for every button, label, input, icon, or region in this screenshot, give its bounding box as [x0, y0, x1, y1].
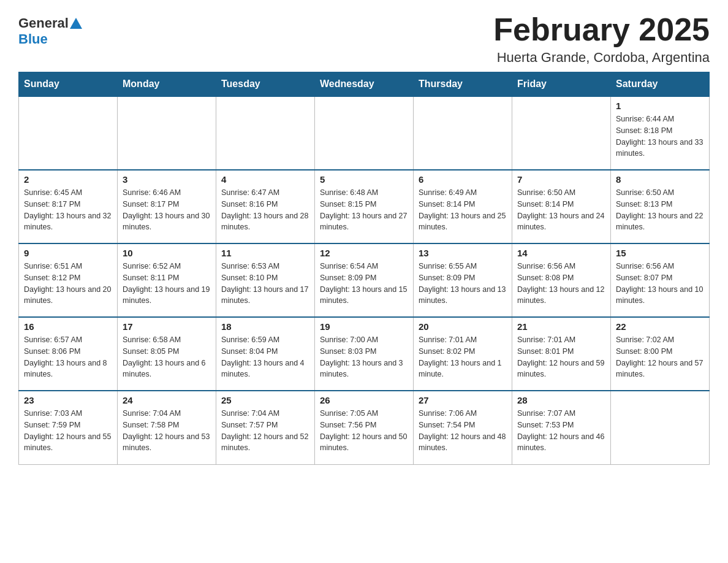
- col-header-tuesday: Tuesday: [216, 72, 315, 97]
- day-info: Sunrise: 6:48 AM Sunset: 8:15 PM Dayligh…: [320, 187, 408, 233]
- logo-blue-text: Blue: [18, 31, 48, 47]
- day-number: 24: [123, 395, 211, 405]
- table-cell: [19, 96, 118, 170]
- day-info: Sunrise: 6:46 AM Sunset: 8:17 PM Dayligh…: [123, 187, 211, 233]
- day-number: 4: [221, 174, 309, 185]
- col-header-friday: Friday: [512, 72, 611, 97]
- table-cell: 15Sunrise: 6:56 AM Sunset: 8:07 PM Dayli…: [611, 243, 710, 317]
- day-number: 16: [24, 321, 112, 332]
- day-number: 9: [24, 248, 112, 258]
- table-cell: 6Sunrise: 6:49 AM Sunset: 8:14 PM Daylig…: [414, 170, 512, 243]
- day-number: 11: [221, 248, 309, 258]
- day-info: Sunrise: 7:04 AM Sunset: 7:57 PM Dayligh…: [221, 408, 309, 454]
- table-cell: 12Sunrise: 6:54 AM Sunset: 8:09 PM Dayli…: [315, 243, 414, 317]
- day-number: 28: [517, 395, 605, 405]
- day-info: Sunrise: 6:45 AM Sunset: 8:17 PM Dayligh…: [24, 187, 112, 233]
- day-info: Sunrise: 6:59 AM Sunset: 8:04 PM Dayligh…: [221, 334, 309, 380]
- table-cell: 4Sunrise: 6:47 AM Sunset: 8:16 PM Daylig…: [216, 170, 315, 243]
- day-number: 1: [616, 101, 704, 111]
- day-info: Sunrise: 6:51 AM Sunset: 8:12 PM Dayligh…: [24, 261, 112, 307]
- day-info: Sunrise: 6:57 AM Sunset: 8:06 PM Dayligh…: [24, 334, 112, 380]
- table-cell: 20Sunrise: 7:01 AM Sunset: 8:02 PM Dayli…: [414, 317, 512, 391]
- day-number: 19: [320, 321, 408, 332]
- week-row-4: 16Sunrise: 6:57 AM Sunset: 8:06 PM Dayli…: [19, 317, 710, 391]
- table-cell: 16Sunrise: 6:57 AM Sunset: 8:06 PM Dayli…: [19, 317, 118, 391]
- day-number: 7: [517, 174, 605, 185]
- day-info: Sunrise: 7:01 AM Sunset: 8:01 PM Dayligh…: [517, 334, 605, 380]
- day-info: Sunrise: 7:02 AM Sunset: 8:00 PM Dayligh…: [616, 334, 704, 380]
- calendar-title: February 2025: [493, 12, 710, 47]
- day-number: 13: [419, 248, 507, 258]
- page-header: General Blue February 2025 Huerta Grande…: [18, 12, 710, 66]
- day-info: Sunrise: 7:03 AM Sunset: 7:59 PM Dayligh…: [24, 408, 112, 454]
- day-info: Sunrise: 6:50 AM Sunset: 8:13 PM Dayligh…: [616, 187, 704, 233]
- table-cell: 22Sunrise: 7:02 AM Sunset: 8:00 PM Dayli…: [611, 317, 710, 391]
- col-header-monday: Monday: [118, 72, 216, 97]
- table-cell: 8Sunrise: 6:50 AM Sunset: 8:13 PM Daylig…: [611, 170, 710, 243]
- day-info: Sunrise: 6:50 AM Sunset: 8:14 PM Dayligh…: [517, 187, 605, 233]
- logo-triangle-icon: [70, 18, 82, 29]
- table-cell: 7Sunrise: 6:50 AM Sunset: 8:14 PM Daylig…: [512, 170, 611, 243]
- day-number: 25: [221, 395, 309, 405]
- table-cell: 1Sunrise: 6:44 AM Sunset: 8:18 PM Daylig…: [611, 96, 710, 170]
- day-info: Sunrise: 7:00 AM Sunset: 8:03 PM Dayligh…: [320, 334, 408, 380]
- week-row-5: 23Sunrise: 7:03 AM Sunset: 7:59 PM Dayli…: [19, 391, 710, 464]
- table-cell: 27Sunrise: 7:06 AM Sunset: 7:54 PM Dayli…: [414, 391, 512, 464]
- table-cell: [118, 96, 216, 170]
- table-cell: [512, 96, 611, 170]
- day-number: 3: [123, 174, 211, 185]
- day-info: Sunrise: 7:07 AM Sunset: 7:53 PM Dayligh…: [517, 408, 605, 454]
- day-number: 26: [320, 395, 408, 405]
- day-info: Sunrise: 6:52 AM Sunset: 8:11 PM Dayligh…: [123, 261, 211, 307]
- table-cell: 13Sunrise: 6:55 AM Sunset: 8:09 PM Dayli…: [414, 243, 512, 317]
- day-info: Sunrise: 6:56 AM Sunset: 8:07 PM Dayligh…: [616, 261, 704, 307]
- table-cell: 18Sunrise: 6:59 AM Sunset: 8:04 PM Dayli…: [216, 317, 315, 391]
- calendar-table: Sunday Monday Tuesday Wednesday Thursday…: [18, 72, 710, 465]
- day-number: 5: [320, 174, 408, 185]
- col-header-saturday: Saturday: [611, 72, 710, 97]
- day-info: Sunrise: 6:54 AM Sunset: 8:09 PM Dayligh…: [320, 261, 408, 307]
- title-section: February 2025 Huerta Grande, Cordoba, Ar…: [493, 12, 710, 66]
- col-header-wednesday: Wednesday: [315, 72, 414, 97]
- day-number: 17: [123, 321, 211, 332]
- day-number: 2: [24, 174, 112, 185]
- logo-general-text: General: [18, 15, 69, 31]
- table-cell: 19Sunrise: 7:00 AM Sunset: 8:03 PM Dayli…: [315, 317, 414, 391]
- table-cell: 21Sunrise: 7:01 AM Sunset: 8:01 PM Dayli…: [512, 317, 611, 391]
- day-info: Sunrise: 7:06 AM Sunset: 7:54 PM Dayligh…: [419, 408, 507, 454]
- day-info: Sunrise: 7:05 AM Sunset: 7:56 PM Dayligh…: [320, 408, 408, 454]
- table-cell: 11Sunrise: 6:53 AM Sunset: 8:10 PM Dayli…: [216, 243, 315, 317]
- logo: General Blue: [18, 12, 83, 47]
- day-number: 12: [320, 248, 408, 258]
- table-cell: 23Sunrise: 7:03 AM Sunset: 7:59 PM Dayli…: [19, 391, 118, 464]
- table-cell: 2Sunrise: 6:45 AM Sunset: 8:17 PM Daylig…: [19, 170, 118, 243]
- day-number: 27: [419, 395, 507, 405]
- col-header-sunday: Sunday: [19, 72, 118, 97]
- table-cell: 9Sunrise: 6:51 AM Sunset: 8:12 PM Daylig…: [19, 243, 118, 317]
- week-row-2: 2Sunrise: 6:45 AM Sunset: 8:17 PM Daylig…: [19, 170, 710, 243]
- table-cell: 25Sunrise: 7:04 AM Sunset: 7:57 PM Dayli…: [216, 391, 315, 464]
- day-number: 21: [517, 321, 605, 332]
- week-row-3: 9Sunrise: 6:51 AM Sunset: 8:12 PM Daylig…: [19, 243, 710, 317]
- day-info: Sunrise: 7:04 AM Sunset: 7:58 PM Dayligh…: [123, 408, 211, 454]
- day-number: 14: [517, 248, 605, 258]
- day-number: 10: [123, 248, 211, 258]
- day-info: Sunrise: 6:49 AM Sunset: 8:14 PM Dayligh…: [419, 187, 507, 233]
- week-row-1: 1Sunrise: 6:44 AM Sunset: 8:18 PM Daylig…: [19, 96, 710, 170]
- day-number: 23: [24, 395, 112, 405]
- day-number: 15: [616, 248, 704, 258]
- day-info: Sunrise: 6:53 AM Sunset: 8:10 PM Dayligh…: [221, 261, 309, 307]
- table-cell: [315, 96, 414, 170]
- day-number: 20: [419, 321, 507, 332]
- table-cell: 3Sunrise: 6:46 AM Sunset: 8:17 PM Daylig…: [118, 170, 216, 243]
- day-info: Sunrise: 6:56 AM Sunset: 8:08 PM Dayligh…: [517, 261, 605, 307]
- day-number: 22: [616, 321, 704, 332]
- calendar-subtitle: Huerta Grande, Cordoba, Argentina: [493, 50, 710, 66]
- table-cell: 5Sunrise: 6:48 AM Sunset: 8:15 PM Daylig…: [315, 170, 414, 243]
- table-cell: 10Sunrise: 6:52 AM Sunset: 8:11 PM Dayli…: [118, 243, 216, 317]
- table-cell: [611, 391, 710, 464]
- calendar-header-row: Sunday Monday Tuesday Wednesday Thursday…: [19, 72, 710, 97]
- table-cell: 24Sunrise: 7:04 AM Sunset: 7:58 PM Dayli…: [118, 391, 216, 464]
- col-header-thursday: Thursday: [414, 72, 512, 97]
- table-cell: 17Sunrise: 6:58 AM Sunset: 8:05 PM Dayli…: [118, 317, 216, 391]
